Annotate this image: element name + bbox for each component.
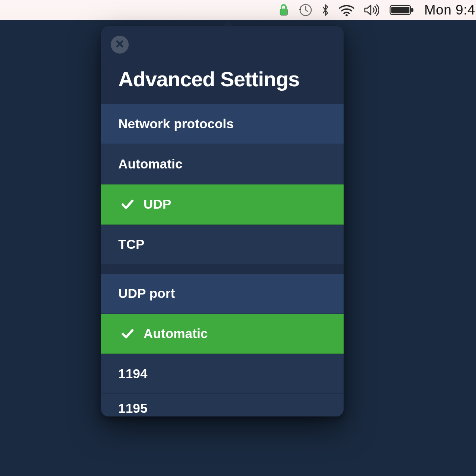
menubar-clock[interactable]: Mon 9:4 (422, 0, 476, 20)
timemachine-icon[interactable] (297, 0, 313, 20)
option-label: 1194 (118, 366, 148, 381)
settings-panel: Advanced Settings Network protocols Auto… (101, 26, 344, 416)
lock-icon[interactable] (279, 3, 289, 17)
volume-icon[interactable] (363, 0, 381, 20)
option-automatic-protocol[interactable]: Automatic (101, 144, 344, 184)
menubar: Mon 9:4 (0, 0, 476, 20)
close-icon (115, 39, 125, 50)
close-button[interactable] (111, 36, 129, 54)
battery-icon[interactable] (389, 0, 414, 20)
section-header-udp-port: UDP port (101, 274, 344, 314)
option-udp[interactable]: UDP (101, 184, 344, 225)
option-label: Automatic (118, 157, 183, 171)
section-header-label: Network protocols (118, 116, 234, 131)
panel-pointer (222, 21, 233, 26)
section-header-network-protocols: Network protocols (101, 104, 344, 144)
check-icon (118, 195, 137, 213)
svg-rect-4 (391, 7, 409, 13)
bluetooth-icon[interactable] (321, 0, 330, 20)
option-label: 1195 (118, 401, 148, 416)
section-header-label: UDP port (118, 286, 175, 301)
svg-rect-0 (280, 9, 287, 15)
option-port-1195[interactable]: 1195 (101, 394, 344, 416)
option-label: TCP (118, 237, 145, 252)
panel-title: Advanced Settings (118, 67, 299, 91)
svg-point-2 (345, 15, 347, 16)
option-port-1194[interactable]: 1194 (101, 354, 344, 394)
section-spacer (101, 265, 344, 274)
svg-rect-5 (411, 8, 413, 12)
option-label: UDP (144, 197, 171, 212)
check-icon (118, 324, 137, 343)
option-tcp[interactable]: TCP (101, 225, 344, 265)
option-label: Automatic (144, 326, 208, 341)
wifi-icon[interactable] (338, 0, 355, 20)
settings-list: Network protocols Automatic UDP TCP UDP … (101, 104, 344, 416)
option-port-automatic[interactable]: Automatic (101, 314, 344, 354)
